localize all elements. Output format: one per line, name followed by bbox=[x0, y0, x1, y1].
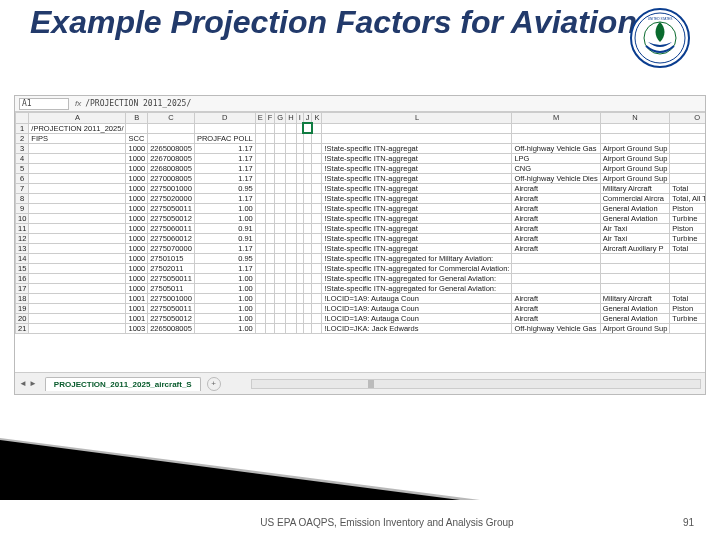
cell[interactable] bbox=[265, 263, 275, 273]
cell[interactable] bbox=[296, 273, 303, 283]
cell[interactable] bbox=[265, 133, 275, 143]
cell[interactable]: Piston bbox=[670, 223, 705, 233]
cell[interactable] bbox=[255, 273, 265, 283]
cell[interactable]: !State-specific ITN-aggregat bbox=[322, 173, 512, 183]
cell[interactable]: Total, All Types bbox=[670, 193, 705, 203]
cell[interactable] bbox=[29, 173, 126, 183]
cell[interactable]: SCC bbox=[126, 133, 148, 143]
cell[interactable] bbox=[286, 163, 296, 173]
cell[interactable]: !State-specific ITN-aggregat bbox=[322, 163, 512, 173]
cell[interactable] bbox=[286, 183, 296, 193]
cell[interactable] bbox=[312, 183, 322, 193]
cell[interactable] bbox=[255, 253, 265, 263]
col-header-E[interactable]: E bbox=[255, 113, 265, 124]
col-header-corner[interactable] bbox=[16, 113, 29, 124]
cell[interactable] bbox=[255, 153, 265, 163]
cell[interactable] bbox=[29, 313, 126, 323]
cell[interactable]: Air Taxi bbox=[600, 233, 670, 243]
cell[interactable] bbox=[600, 263, 670, 273]
cell[interactable] bbox=[303, 123, 312, 133]
cell[interactable] bbox=[265, 283, 275, 293]
cell[interactable] bbox=[312, 223, 322, 233]
cell[interactable]: Military Aircraft bbox=[600, 183, 670, 193]
cell[interactable]: 2275050011 bbox=[148, 303, 195, 313]
cell[interactable] bbox=[296, 213, 303, 223]
cell[interactable] bbox=[286, 143, 296, 153]
cell[interactable] bbox=[600, 253, 670, 263]
row-header[interactable]: 13 bbox=[16, 243, 29, 253]
col-header-L[interactable]: L bbox=[322, 113, 512, 124]
cell[interactable]: Off-highway Vehicle Gas bbox=[512, 143, 600, 153]
cell[interactable]: 1000 bbox=[126, 223, 148, 233]
cell[interactable] bbox=[312, 293, 322, 303]
col-header-A[interactable]: A bbox=[29, 113, 126, 124]
cell[interactable]: !State-specific ITN-aggregat bbox=[322, 243, 512, 253]
cell[interactable] bbox=[303, 303, 312, 313]
cell[interactable] bbox=[126, 123, 148, 133]
cell[interactable] bbox=[148, 123, 195, 133]
sheet-tab-active[interactable]: PROJECTION_2011_2025_aircraft_S bbox=[45, 377, 201, 391]
cell[interactable] bbox=[600, 283, 670, 293]
cell[interactable]: Airport Ground Sup bbox=[600, 153, 670, 163]
cell[interactable]: 1.17 bbox=[194, 193, 255, 203]
col-header-J[interactable]: J bbox=[303, 113, 312, 124]
cell[interactable]: Piston bbox=[670, 303, 705, 313]
cell[interactable] bbox=[148, 133, 195, 143]
cell[interactable] bbox=[194, 123, 255, 133]
cell[interactable]: Airport Ground Sup bbox=[600, 173, 670, 183]
cell[interactable] bbox=[312, 163, 322, 173]
cell[interactable] bbox=[275, 163, 286, 173]
cell[interactable] bbox=[29, 203, 126, 213]
cell[interactable] bbox=[265, 303, 275, 313]
cell[interactable] bbox=[312, 143, 322, 153]
cell[interactable] bbox=[296, 183, 303, 193]
cell[interactable] bbox=[265, 143, 275, 153]
cell[interactable]: 1000 bbox=[126, 203, 148, 213]
cell[interactable]: !State-specific ITN-aggregat bbox=[322, 153, 512, 163]
cell[interactable]: Aircraft bbox=[512, 223, 600, 233]
cell[interactable]: 1.00 bbox=[194, 313, 255, 323]
cell[interactable] bbox=[322, 133, 512, 143]
cell[interactable] bbox=[670, 123, 705, 133]
row-header[interactable]: 2 bbox=[16, 133, 29, 143]
cell[interactable]: 2270008005 bbox=[148, 173, 195, 183]
cell[interactable]: 1.17 bbox=[194, 153, 255, 163]
cell[interactable] bbox=[670, 263, 705, 273]
cell[interactable]: !LOCID=JKA: Jack Edwards bbox=[322, 323, 512, 333]
cell[interactable]: 27501015 bbox=[148, 253, 195, 263]
cell[interactable] bbox=[265, 183, 275, 193]
cell[interactable]: !LOCID=1A9: Autauga Coun bbox=[322, 313, 512, 323]
cell[interactable] bbox=[312, 123, 322, 133]
cell[interactable]: 0.95 bbox=[194, 183, 255, 193]
cell[interactable] bbox=[296, 223, 303, 233]
row-header[interactable]: 8 bbox=[16, 193, 29, 203]
cell[interactable]: 2275050012 bbox=[148, 213, 195, 223]
cell[interactable] bbox=[303, 263, 312, 273]
cell[interactable] bbox=[303, 153, 312, 163]
cell[interactable] bbox=[265, 123, 275, 133]
name-box[interactable]: A1 bbox=[19, 98, 69, 110]
cell[interactable] bbox=[29, 213, 126, 223]
row-header[interactable]: 16 bbox=[16, 273, 29, 283]
cell[interactable]: Aircraft bbox=[512, 213, 600, 223]
cell[interactable]: Aircraft bbox=[512, 303, 600, 313]
row-header[interactable]: 21 bbox=[16, 323, 29, 333]
cell[interactable] bbox=[286, 253, 296, 263]
cell[interactable] bbox=[265, 273, 275, 283]
cell[interactable] bbox=[255, 133, 265, 143]
cell[interactable] bbox=[255, 283, 265, 293]
col-header-K[interactable]: K bbox=[312, 113, 322, 124]
cell[interactable]: PROJFAC POLL bbox=[194, 133, 255, 143]
cell[interactable] bbox=[670, 133, 705, 143]
cell[interactable]: 2275060011 bbox=[148, 223, 195, 233]
cell[interactable] bbox=[296, 303, 303, 313]
cell[interactable] bbox=[303, 143, 312, 153]
cell[interactable] bbox=[265, 153, 275, 163]
cell[interactable] bbox=[512, 253, 600, 263]
cell[interactable]: !State-specific ITN-aggregat bbox=[322, 183, 512, 193]
cell[interactable] bbox=[296, 173, 303, 183]
cell[interactable] bbox=[265, 173, 275, 183]
cell[interactable] bbox=[303, 243, 312, 253]
cell[interactable]: Off-highway Vehicle Gas bbox=[512, 323, 600, 333]
row-header[interactable]: 14 bbox=[16, 253, 29, 263]
